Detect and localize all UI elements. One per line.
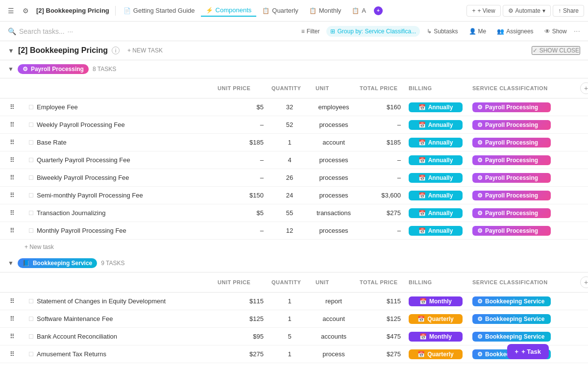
- automate-button[interactable]: ⚙ Automate ▾: [503, 5, 551, 17]
- calendar-icon: 📅: [418, 122, 426, 128]
- lightning-icon: ⚡: [206, 7, 213, 14]
- billing-badge[interactable]: 📅 Annually: [409, 102, 463, 112]
- drag-handle[interactable]: ⠿: [0, 347, 24, 361]
- tab-a[interactable]: 📋 A: [347, 5, 371, 16]
- service-badge[interactable]: ⚙ Payroll Processing: [472, 155, 551, 165]
- service-badge[interactable]: ⚙ Bookkeeping Service: [472, 314, 551, 324]
- sidebar-toggle-button[interactable]: ☰: [4, 4, 18, 18]
- add-task-payroll-button[interactable]: + New task: [0, 240, 588, 254]
- drag-handle[interactable]: ⠿: [0, 312, 24, 325]
- checkbox-icon[interactable]: ☐: [28, 227, 34, 234]
- billing-badge[interactable]: 📅 Annually: [409, 155, 463, 165]
- service-badge[interactable]: ⚙ Payroll Processing: [472, 102, 551, 112]
- billing-badge[interactable]: 📅 Annually: [409, 208, 463, 218]
- drag-handle[interactable]: ⠿: [0, 224, 24, 237]
- service-icon: ⚙: [477, 351, 483, 358]
- drag-handle[interactable]: ⠿: [0, 330, 24, 343]
- add-column-payroll-button[interactable]: +: [580, 82, 588, 94]
- subtasks-button[interactable]: ↳ Subtasks: [423, 26, 462, 37]
- checkbox-icon[interactable]: ☐: [28, 333, 34, 340]
- billing-badge[interactable]: 📅 Quarterly: [409, 349, 463, 359]
- quantity-cell: 55: [268, 206, 312, 220]
- tab-quarterly[interactable]: 📋 Quarterly: [257, 5, 303, 16]
- checkbox-icon[interactable]: ☐: [28, 174, 34, 181]
- service-badge[interactable]: ⚙ Bookkeeping Service: [472, 332, 551, 342]
- billing-badge[interactable]: 📅 Monthly: [409, 296, 463, 306]
- show-button[interactable]: 👁 Show: [540, 26, 571, 37]
- service-icon: ⚙: [477, 210, 483, 217]
- more-tabs-badge[interactable]: +: [374, 6, 383, 15]
- quantity-cell: 12: [268, 224, 312, 237]
- new-task-button[interactable]: + NEW TASK: [123, 46, 167, 55]
- quantity-cell: 52: [268, 118, 312, 131]
- person-icon: 👤: [469, 28, 476, 35]
- bookkeeping-badge[interactable]: 📘 Bookkeeping Service: [18, 258, 97, 268]
- bookkeeping-badge-icon: 📘: [23, 260, 30, 267]
- check-icon: ✓: [533, 47, 538, 54]
- checkbox-icon[interactable]: ☐: [28, 104, 34, 111]
- drag-handle[interactable]: ⠿: [0, 189, 24, 202]
- app-title: [2] Bookkeeping Pricing: [33, 7, 112, 14]
- checkbox-icon[interactable]: ☐: [28, 351, 34, 358]
- service-badge[interactable]: ⚙ Bookkeeping Service: [472, 296, 551, 306]
- drag-handle[interactable]: ⠿: [0, 153, 24, 167]
- show-close-button[interactable]: ✓ SHOW CLOSE: [532, 46, 580, 55]
- share-button[interactable]: ↑ Share: [553, 5, 584, 17]
- unit-cell: account: [312, 136, 356, 149]
- billing-badge[interactable]: 📅 Monthly: [409, 332, 463, 342]
- checkbox-icon[interactable]: ☐: [28, 122, 34, 128]
- chevron-down-icon[interactable]: ▼: [8, 47, 14, 54]
- billing-badge[interactable]: 📅 Quarterly: [409, 314, 463, 324]
- assignees-button[interactable]: 👥 Assignees: [493, 26, 537, 37]
- dots-icon[interactable]: ···: [68, 27, 74, 35]
- tab-components[interactable]: ⚡ Components: [201, 4, 257, 17]
- drag-handle[interactable]: ⠿: [0, 171, 24, 184]
- service-badge[interactable]: ⚙ Payroll Processing: [472, 208, 551, 218]
- drag-handle[interactable]: ⠿: [0, 100, 24, 114]
- info-icon[interactable]: i: [112, 47, 120, 54]
- drag-handle[interactable]: ⠿: [0, 118, 24, 131]
- checkbox-icon[interactable]: ☐: [28, 192, 34, 199]
- checkbox-icon[interactable]: ☐: [28, 139, 34, 146]
- table-row: ⠿ ☐ Bank Account Reconciliation $95 5 ac…: [0, 328, 588, 345]
- page-header: ▼ [2] Bookkeeping Pricing i + NEW TASK ✓…: [0, 41, 588, 60]
- billing-cell: 📅 Annually: [405, 188, 468, 203]
- service-badge[interactable]: ⚙ Payroll Processing: [472, 226, 551, 236]
- add-task-fab[interactable]: + + Task: [507, 344, 549, 359]
- drag-handle[interactable]: ⠿: [0, 136, 24, 149]
- filter-button[interactable]: ≡ Filter: [297, 26, 324, 37]
- checkbox-icon[interactable]: ☐: [28, 210, 34, 217]
- checkbox-icon[interactable]: ☐: [28, 157, 34, 164]
- task-name-cell: ☐ Biweekly Payroll Processing Fee: [24, 171, 214, 184]
- billing-badge[interactable]: 📅 Annually: [409, 226, 463, 236]
- me-button[interactable]: 👤 Me: [465, 26, 490, 37]
- service-badge[interactable]: ⚙ Payroll Processing: [472, 173, 551, 183]
- service-badge[interactable]: ⚙ Payroll Processing: [472, 191, 551, 200]
- add-task-bookkeeping-button[interactable]: + New task: [0, 363, 588, 367]
- tab-getting-started[interactable]: 📄 Getting Started Guide: [119, 5, 200, 16]
- doc-icon: 📄: [123, 7, 131, 14]
- service-badge[interactable]: ⚙ Payroll Processing: [472, 120, 551, 130]
- add-column-bookkeeping-button[interactable]: +: [580, 276, 588, 288]
- drag-handle[interactable]: ⠿: [0, 295, 24, 308]
- unit-price-cell: –: [214, 118, 268, 131]
- group-by-button[interactable]: ⊞ Group by: Service Classifica...: [326, 26, 420, 37]
- billing-badge[interactable]: 📅 Annually: [409, 138, 463, 148]
- service-badge[interactable]: ⚙ Payroll Processing: [472, 138, 551, 148]
- billing-badge[interactable]: 📅 Annually: [409, 173, 463, 183]
- settings-icon[interactable]: ⚙: [19, 4, 32, 18]
- search-input-placeholder[interactable]: Search tasks...: [19, 27, 65, 35]
- tab-monthly[interactable]: 📋 Monthly: [304, 5, 346, 16]
- billing-badge[interactable]: 📅 Annually: [409, 191, 463, 200]
- payroll-badge[interactable]: ⚙ Payroll Processing: [18, 64, 89, 74]
- bookkeeping-toggle[interactable]: ▼: [8, 260, 14, 267]
- checkbox-icon[interactable]: ☐: [28, 298, 34, 305]
- task-name-cell: ☐ Transaction Journalizing: [24, 206, 214, 220]
- billing-badge[interactable]: 📅 Annually: [409, 120, 463, 130]
- more-options-icon[interactable]: ···: [574, 27, 580, 36]
- calendar-icon: 📅: [418, 210, 426, 217]
- payroll-toggle[interactable]: ▼: [8, 66, 14, 73]
- drag-handle[interactable]: ⠿: [0, 206, 24, 220]
- checkbox-icon[interactable]: ☐: [28, 316, 34, 322]
- view-button[interactable]: + + View: [466, 5, 500, 17]
